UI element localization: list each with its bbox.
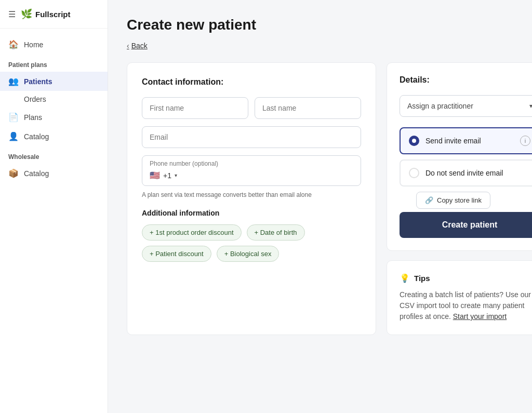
logo: 🌿 Fullscript bbox=[21, 8, 71, 20]
right-panel: Details: Assign a practitioner ▾ Send in… bbox=[387, 62, 532, 335]
additional-info-tags-row1: + 1st product order discount + Date of b… bbox=[142, 224, 361, 241]
send-invite-label: Send invite email bbox=[425, 137, 481, 145]
sidebar-item-plans-label: Plans bbox=[24, 113, 42, 122]
contact-info-title: Contact information: bbox=[142, 77, 361, 87]
hamburger-icon[interactable]: ☰ bbox=[8, 9, 16, 19]
phone-wrapper: Phone number (optional) 🇺🇸 +1 ▾ bbox=[142, 155, 361, 186]
additional-info-tags-row2: + Patient discount + Biological sex bbox=[142, 246, 361, 262]
logo-icon: 🌿 bbox=[21, 8, 32, 20]
phone-row[interactable]: 🇺🇸 +1 ▾ bbox=[142, 168, 361, 185]
home-icon: 🏠 bbox=[8, 39, 19, 49]
send-invite-info-icon[interactable]: i bbox=[520, 136, 530, 146]
plans-icon: 📄 bbox=[8, 112, 19, 122]
catalog-wholesale-icon: 📦 bbox=[8, 168, 19, 178]
tips-text: Creating a batch list of patients? Use o… bbox=[400, 289, 532, 322]
sidebar-item-plans[interactable]: 📄 Plans bbox=[0, 108, 108, 127]
patient-plans-section-label: Patient plans bbox=[0, 54, 108, 72]
tips-card: 💡 Tips Creating a batch list of patients… bbox=[387, 260, 532, 335]
no-invite-option[interactable]: Do not send invite email bbox=[400, 159, 532, 186]
email-input[interactable] bbox=[142, 126, 361, 148]
sidebar-item-patients[interactable]: 👥 Patients bbox=[0, 72, 108, 91]
copy-store-link-button[interactable]: 🔗 Copy store link bbox=[416, 192, 490, 209]
content-grid: Contact information: Phone number (optio… bbox=[127, 62, 513, 335]
send-invite-radio[interactable] bbox=[409, 136, 419, 146]
assign-practitioner-wrapper: Assign a practitioner ▾ bbox=[400, 95, 532, 117]
details-title: Details: bbox=[400, 75, 532, 85]
phone-flag-icon: 🇺🇸 bbox=[150, 170, 160, 180]
logo-text: Fullscript bbox=[35, 10, 71, 19]
no-invite-label: Do not send invite email bbox=[425, 169, 503, 177]
tips-start-import-link[interactable]: Start your import bbox=[453, 312, 507, 321]
sidebar-item-home[interactable]: 🏠 Home bbox=[0, 35, 108, 54]
tag-biological-sex[interactable]: + Biological sex bbox=[217, 246, 280, 262]
create-patient-button[interactable]: Create patient bbox=[400, 212, 532, 238]
sidebar-item-orders[interactable]: Orders bbox=[0, 91, 108, 108]
name-row bbox=[142, 97, 361, 119]
main-content: Create new patient ‹ Back Contact inform… bbox=[108, 0, 532, 413]
sidebar-item-catalog-wholesale-label: Catalog bbox=[24, 169, 49, 178]
sidebar-item-catalog-patient[interactable]: 👤 Catalog bbox=[0, 127, 108, 146]
back-arrow-icon: ‹ bbox=[127, 42, 129, 50]
phone-code: +1 bbox=[163, 171, 171, 180]
catalog-patient-icon: 👤 bbox=[8, 131, 19, 141]
tag-date-of-birth[interactable]: + Date of birth bbox=[247, 224, 305, 241]
back-link-label: Back bbox=[131, 42, 148, 50]
page-title: Create new patient bbox=[127, 17, 513, 33]
last-name-input[interactable] bbox=[255, 97, 361, 119]
send-invite-option[interactable]: Send invite email i bbox=[400, 127, 532, 154]
additional-info-title: Additional information bbox=[142, 209, 361, 217]
details-card: Details: Assign a practitioner ▾ Send in… bbox=[387, 62, 532, 251]
link-icon: 🔗 bbox=[425, 196, 433, 204]
no-invite-radio[interactable] bbox=[409, 168, 419, 178]
sidebar-item-patients-label: Patients bbox=[24, 77, 52, 86]
tag-patient-discount[interactable]: + Patient discount bbox=[142, 246, 211, 262]
sidebar-item-catalog-wholesale[interactable]: 📦 Catalog bbox=[0, 164, 108, 183]
sidebar: ☰ 🌿 Fullscript 🏠 Home Patient plans 👥 Pa… bbox=[0, 0, 108, 413]
patients-icon: 👥 bbox=[8, 76, 19, 86]
tips-header: 💡 Tips bbox=[400, 273, 532, 283]
phone-label: Phone number (optional) bbox=[142, 156, 361, 168]
tips-icon: 💡 bbox=[400, 273, 410, 283]
contact-information-card: Contact information: Phone number (optio… bbox=[127, 62, 376, 335]
first-name-input[interactable] bbox=[142, 97, 248, 119]
phone-hint: A plan sent via text message converts be… bbox=[142, 191, 361, 198]
copy-store-link-label: Copy store link bbox=[437, 196, 482, 204]
back-link[interactable]: ‹ Back bbox=[127, 42, 513, 50]
sidebar-item-orders-label: Orders bbox=[24, 95, 46, 103]
assign-practitioner-select[interactable]: Assign a practitioner bbox=[400, 95, 532, 117]
sidebar-header: ☰ 🌿 Fullscript bbox=[0, 0, 108, 29]
sidebar-nav: 🏠 Home Patient plans 👥 Patients Orders 📄… bbox=[0, 29, 108, 189]
phone-chevron-icon[interactable]: ▾ bbox=[175, 172, 177, 178]
tips-title: Tips bbox=[414, 274, 430, 283]
sidebar-item-home-label: Home bbox=[24, 41, 43, 49]
sidebar-item-catalog-patient-label: Catalog bbox=[24, 132, 49, 141]
wholesale-section-label: Wholesale bbox=[0, 146, 108, 164]
tag-first-product-discount[interactable]: + 1st product order discount bbox=[142, 224, 242, 241]
